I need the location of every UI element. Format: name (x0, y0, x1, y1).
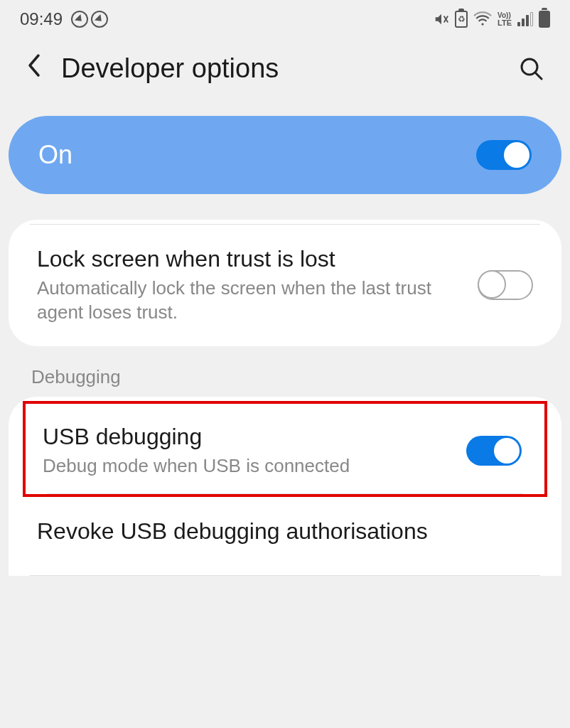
master-toggle-switch[interactable] (476, 140, 532, 170)
usb-debugging-title: USB debugging (43, 424, 452, 450)
wifi-icon (473, 11, 492, 27)
developer-options-master-toggle[interactable]: On (9, 116, 561, 194)
back-button[interactable] (26, 53, 41, 85)
battery-icon (539, 11, 550, 28)
revoke-usb-auth-row[interactable]: Revoke USB debugging authorisations (9, 497, 561, 575)
status-bar: 09:49 ♻ Vo)) LTE (0, 0, 570, 36)
notification-icon-1 (71, 11, 88, 28)
lock-screen-trust-desc: Automatically lock the screen when the l… (37, 277, 463, 325)
status-time: 09:49 (20, 9, 63, 29)
usb-debugging-highlight: USB debugging Debug mode when USB is con… (23, 401, 547, 498)
mute-vibrate-icon (434, 11, 449, 27)
network-type-icon: Vo)) LTE (498, 12, 512, 27)
page-title: Developer options (61, 53, 499, 84)
search-button[interactable] (519, 56, 544, 82)
lock-screen-trust-title: Lock screen when trust is lost (37, 246, 463, 272)
usb-debugging-row[interactable]: USB debugging Debug mode when USB is con… (26, 404, 544, 494)
lock-screen-trust-toggle[interactable] (478, 270, 533, 300)
notification-icons (71, 11, 108, 28)
usb-debugging-toggle[interactable] (466, 436, 522, 466)
master-toggle-label: On (38, 140, 72, 170)
debugging-section-label: Debugging (0, 346, 570, 397)
signal-strength-icon (517, 12, 533, 26)
status-left: 09:49 (20, 9, 108, 29)
usb-debugging-desc: Debug mode when USB is connected (43, 454, 452, 478)
trust-settings-card: Lock screen when trust is lost Automatic… (9, 220, 561, 346)
svg-line-3 (535, 73, 542, 79)
revoke-usb-auth-title: Revoke USB debugging authorisations (37, 517, 533, 547)
status-right: ♻ Vo)) LTE (434, 11, 550, 28)
lock-screen-trust-row[interactable]: Lock screen when trust is lost Automatic… (9, 225, 561, 346)
debugging-card: USB debugging Debug mode when USB is con… (9, 397, 561, 576)
battery-saver-icon: ♻ (455, 11, 468, 28)
notification-icon-2 (91, 11, 108, 28)
page-header: Developer options (0, 36, 570, 102)
